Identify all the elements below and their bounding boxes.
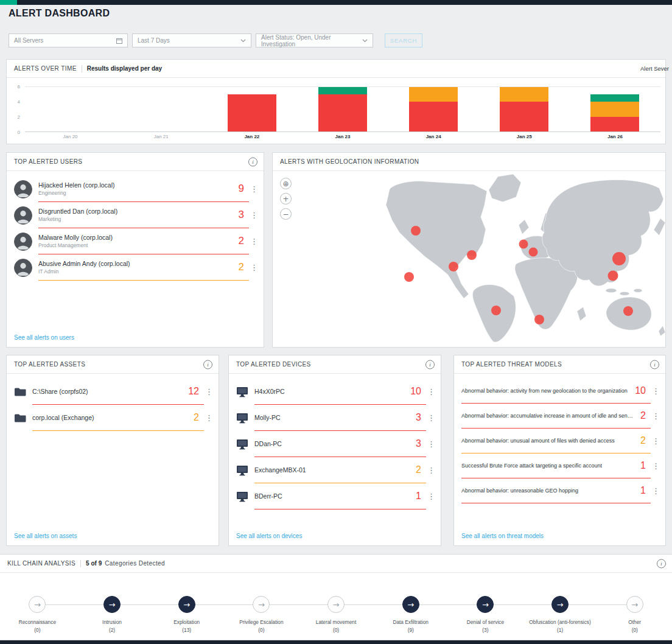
stacked-bar[interactable] [318,87,367,131]
bar-segment-medium-severity [590,102,639,116]
user-list-item[interactable]: Hijacked Helen (corp.local) Engineering … [7,176,264,202]
chart-column [479,87,570,131]
stacked-bar[interactable] [46,87,95,131]
threat-model-list-item[interactable]: Abnormal behavior: accumulative increase… [454,404,665,429]
geo-alert-marker[interactable] [449,262,458,271]
kebab-menu-icon[interactable]: ⋮ [652,412,659,420]
device-list-item[interactable]: ExchangeMBX-01 2 ⋮ [229,457,441,483]
alert-count: 2 [239,235,244,247]
kebab-menu-icon[interactable]: ⋮ [652,487,659,495]
kebab-menu-icon[interactable]: ⋮ [250,211,257,219]
threat-model-list-item[interactable]: Abnormal behavior: unreasonable GEO hopp… [454,478,665,503]
stacked-bar[interactable] [137,87,186,131]
brand-accent [0,0,17,5]
kebab-menu-icon[interactable]: ⋮ [205,388,212,396]
kill-chain-stage-button[interactable]: → [626,596,643,613]
map-zoom-out-button[interactable]: − [280,208,292,220]
chart-column [570,87,660,131]
kill-chain-stage-button[interactable]: → [29,596,46,613]
info-icon[interactable]: i [248,157,257,166]
kebab-menu-icon[interactable]: ⋮ [652,437,659,445]
see-all-assets-link[interactable]: See all alerts on assets [14,533,77,539]
search-button[interactable]: SEARCH [385,33,422,47]
top-alerted-assets-header: TOP ALERTED ASSETS i [7,355,219,374]
kebab-menu-icon[interactable]: ⋮ [427,492,435,500]
kebab-menu-icon[interactable]: ⋮ [427,414,435,422]
user-avatar [14,206,32,225]
date-range-filter[interactable]: Last 7 Days [132,33,251,47]
device-list-item[interactable]: Molly-PC 3 ⋮ [229,405,441,431]
kebab-menu-icon[interactable]: ⋮ [427,388,435,396]
stacked-bar[interactable] [500,87,548,131]
server-filter-value: All Servers [14,37,43,44]
geolocation-header: ALERTS WITH GEOLOCATION INFORMATION [273,153,665,171]
kill-chain-stage-button[interactable]: → [327,596,345,613]
geo-alert-marker[interactable] [404,272,414,282]
threat-model-list-item[interactable]: Successful Brute Force attack targeting … [454,453,665,478]
kebab-menu-icon[interactable]: ⋮ [652,462,659,470]
kill-chain-stage-button[interactable]: → [477,596,494,613]
stacked-bar[interactable] [409,87,458,131]
device-list-item[interactable]: H4xX0rPC 10 ⋮ [229,379,441,405]
see-all-devices-link[interactable]: See all alerts on devices [236,533,302,539]
geo-alert-marker[interactable] [411,226,421,236]
stacked-bar[interactable] [590,87,639,131]
stage-label: Data Exfiltration [393,619,429,625]
chart-column [206,87,297,131]
device-list-item[interactable]: BDerr-PC 1 ⋮ [229,483,441,509]
kebab-menu-icon[interactable]: ⋮ [652,387,659,395]
user-list-item[interactable]: Disgruntled Dan (corp.local) Marketing 3… [7,202,264,228]
alert-count: 3 [416,412,421,423]
geo-alert-marker[interactable] [623,306,633,316]
kebab-menu-icon[interactable]: ⋮ [427,440,435,448]
bar-segment-low-severity [318,87,367,94]
device-list-item[interactable]: DDan-PC 3 ⋮ [229,431,441,457]
info-icon[interactable]: i [425,360,435,369]
kill-chain-stage-button[interactable]: → [402,596,419,613]
alert-count: 1 [640,485,646,496]
user-name: Hijacked Helen (corp.local) [38,181,114,189]
geo-alert-marker[interactable] [612,252,626,265]
kill-chain-stage-button[interactable]: → [103,596,121,613]
info-icon[interactable]: i [650,360,659,369]
kill-chain-stage-button[interactable]: → [178,596,195,613]
kill-chain-stage-button[interactable]: → [551,596,569,613]
kill-chain-stage-exploitation: → Exploitation (13) [149,579,224,637]
kebab-menu-icon[interactable]: ⋮ [250,264,257,271]
user-list-item[interactable]: Malware Molly (corp.local) Product Manag… [7,228,264,254]
alert-severity-legend: Alert Sever [640,65,669,72]
map-reset-view-button[interactable]: ⊕ [280,178,292,189]
threat-model-list-item[interactable]: Abnormal behavior: unusual amount of fil… [454,429,665,453]
server-filter[interactable]: All Servers [9,33,128,47]
geo-alert-marker[interactable] [491,306,501,315]
geo-alert-marker[interactable] [529,248,538,257]
date-range-value: Last 7 Days [138,37,170,44]
alert-count: 2 [640,410,646,421]
stage-count: (0) [632,627,638,633]
see-all-users-link[interactable]: See all alerts on users [14,334,74,341]
geo-alert-marker[interactable] [519,239,528,248]
geo-alert-marker[interactable] [467,250,477,260]
kill-chain-stages: → Reconnaissance (0) → Intrusion (2) → E… [0,579,672,637]
stage-count: (1) [557,627,563,633]
info-icon[interactable]: i [203,360,212,369]
map-zoom-in-button[interactable]: + [280,193,292,205]
geo-alert-marker[interactable] [534,315,544,324]
alert-status-filter[interactable]: Alert Status: Open, Under Investigation [256,33,373,47]
asset-list-item[interactable]: C:\Share (corpfs02) 12 ⋮ [7,379,219,405]
geo-alert-marker[interactable] [608,271,618,281]
stage-count: (0) [258,627,264,633]
stage-count: (9) [408,627,414,633]
world-map[interactable]: ⊕ + − [273,172,665,347]
asset-list-item[interactable]: corp.local (Exchange) 2 ⋮ [7,405,219,431]
threat-model-list-item[interactable]: Abnormal behavior: activity from new geo… [454,379,665,404]
kebab-menu-icon[interactable]: ⋮ [427,466,435,474]
stacked-bar[interactable] [228,87,276,131]
user-list-item[interactable]: Abusive Admin Andy (corp.local) IT Admin… [7,254,264,281]
kill-chain-stage-button[interactable]: → [253,596,270,613]
kebab-menu-icon[interactable]: ⋮ [250,185,257,193]
kebab-menu-icon[interactable]: ⋮ [250,237,257,245]
see-all-threat-models-link[interactable]: See all alerts on threat models [461,533,544,539]
info-icon[interactable]: i [657,559,666,568]
kebab-menu-icon[interactable]: ⋮ [205,414,212,422]
